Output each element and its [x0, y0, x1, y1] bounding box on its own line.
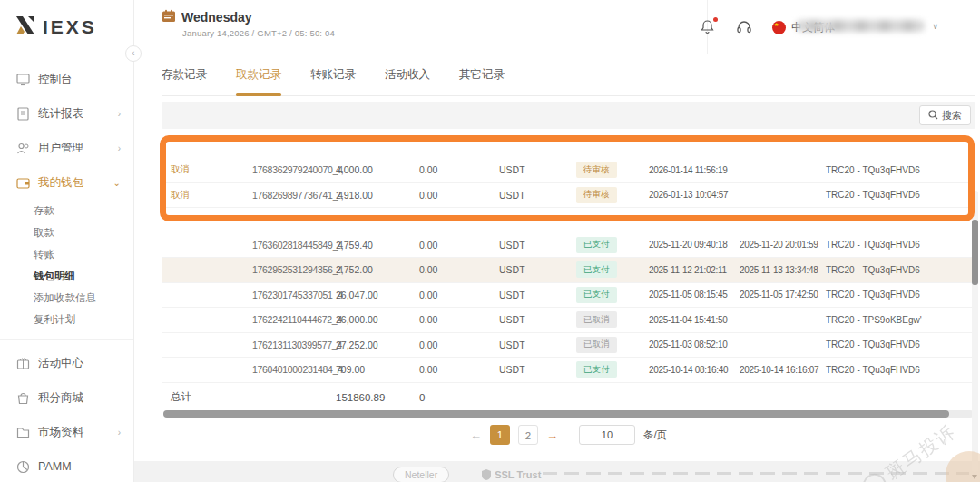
table-row[interactable]: 1763602818445849_4 2,759.40 0.00 USDT 已支… [162, 233, 975, 259]
status-badge: 已支付 [576, 287, 617, 303]
horizontal-scrollbar-thumb[interactable] [163, 410, 949, 418]
sidebar-item-users[interactable]: 用户管理 › [0, 131, 133, 165]
search-button[interactable]: 搜索 [919, 105, 971, 125]
sidebar-item-label: 活动中心 [38, 356, 83, 371]
report-icon [16, 107, 30, 121]
order-id-cell: 1762301745337051_4 [252, 290, 336, 300]
apply-time-cell: 2025-11-12 21:02:11 [649, 265, 740, 275]
fee-cell: 0.00 [419, 290, 499, 300]
apply-time-cell: 2026-01-14 11:56:19 [649, 165, 740, 175]
pamm-icon [16, 460, 30, 474]
sidebar-item-my-wallet[interactable]: 我的钱包 ⌄ [0, 165, 133, 200]
fee-cell: 0.00 [419, 339, 499, 350]
amount-cell: 27,252.00 [336, 339, 419, 350]
table-row[interactable]: 1762242110444672_4 26,000.00 0.00 USDT 已… [162, 308, 975, 333]
datetime-label: January 14,2026 / GMT+2 / 05: 50: 04 [182, 28, 335, 38]
page-size-unit: 条/页 [643, 428, 667, 442]
record-tabs: 存款记录 取款记录 转账记录 活动收入 其它记录 [162, 67, 975, 96]
status-badge: 已取消 [576, 311, 617, 328]
fee-cell: 0.00 [419, 314, 499, 325]
total-label: 总计 [162, 390, 252, 404]
sidebar-item-label: PAMM [38, 460, 72, 473]
amount-cell: 26,047.00 [336, 290, 419, 300]
currency-cell: USDT [499, 264, 576, 275]
vertical-scrollbar-thumb[interactable] [972, 220, 978, 285]
calendar-icon [162, 9, 176, 25]
cancel-order-link[interactable]: 取消 [171, 163, 190, 174]
currency-cell: USDT [499, 240, 576, 251]
table-row[interactable]: 取消 1768362979240070_4 4,000.00 0.00 USDT… [162, 158, 975, 183]
order-id-cell: 1760401000231484_4 [252, 364, 336, 375]
footer-strip: Neteller SSL Trust [134, 461, 980, 482]
fee-cell: 0.00 [419, 190, 499, 201]
previous-page-arrow[interactable]: ← [470, 428, 482, 442]
sidebar-collapse-button[interactable]: ‹ [125, 45, 142, 62]
sidebar-subitem-transfer[interactable]: 转账 [0, 243, 133, 265]
sidebar-item-console[interactable]: 控制台 [0, 62, 133, 96]
address-cell: TRC20 - TQu3qFHVD6 [826, 190, 975, 200]
currency-cell: USDT [499, 164, 576, 175]
order-id-cell: 1768269897736741_4 [252, 190, 336, 201]
process-time-cell: 2025-10-14 16:16:07 [740, 365, 826, 375]
table-row[interactable]: 1762131130399577_4 27,252.00 0.00 USDT 已… [162, 333, 975, 359]
apply-time-cell: 2025-11-03 08:52:10 [649, 339, 740, 349]
sidebar-subitem-deposit[interactable]: 存款 [0, 200, 133, 221]
address-cell: TRC20 - TQu3qFHVD6 [826, 165, 975, 175]
table-row[interactable]: 1762301745337051_4 26,047.00 0.00 USDT 已… [162, 283, 975, 309]
table-row[interactable]: 1760401000231484_4 709.00 0.00 USDT 已支付 … [162, 358, 975, 383]
order-id-cell: 1763602818445849_4 [252, 240, 336, 251]
sidebar-item-points-mall[interactable]: 积分商城 [0, 380, 133, 415]
sidebar-divider [0, 339, 133, 340]
total-amount: 151860.89 [336, 392, 419, 403]
tab-activity-income[interactable]: 活动收入 [385, 67, 430, 84]
partner-logos: Neteller SSL Trust [393, 467, 541, 482]
currency-cell: USDT [499, 290, 576, 300]
records-table-body: 取消 1768362979240070_4 4,000.00 0.00 USDT… [162, 133, 975, 383]
page-size-input[interactable] [579, 425, 635, 445]
currency-cell: USDT [499, 339, 576, 350]
notification-bell-icon[interactable] [700, 19, 716, 35]
sidebar-subitem-withdraw[interactable]: 取款 [0, 221, 133, 243]
order-id-cell: 1762952531294356_4 [252, 264, 336, 275]
amount-cell: 2,918.00 [336, 190, 419, 201]
order-id-cell: 1768362979240070_4 [252, 164, 336, 175]
support-headset-icon[interactable] [736, 19, 752, 35]
sidebar-item-label: 统计报表 [38, 106, 83, 122]
order-id-cell: 1762242110444672_4 [252, 314, 336, 325]
tab-transfer-records[interactable]: 转账记录 [310, 67, 356, 84]
amount-cell: 4,000.00 [336, 164, 419, 175]
next-page-arrow[interactable]: → [546, 428, 558, 442]
weekday-label: Wednesday [181, 10, 252, 25]
apply-time-cell: 2025-11-04 15:41:50 [649, 315, 740, 325]
console-icon [16, 73, 30, 86]
page-button-2[interactable]: 2 [518, 425, 538, 445]
sidebar-item-reports[interactable]: 统计报表 › [0, 96, 133, 131]
horizontal-scrollbar[interactable] [163, 410, 974, 418]
tab-withdrawal-records[interactable]: 取款记录 [236, 67, 281, 84]
apply-time-cell: 2025-10-14 08:16:40 [649, 365, 740, 375]
vertical-scrollbar[interactable] [972, 191, 978, 472]
chevron-right-icon: › [118, 143, 121, 153]
sidebar-item-pamm[interactable]: PAMM [0, 449, 133, 482]
wallet-icon [16, 176, 30, 190]
fee-cell: 0.00 [419, 364, 499, 375]
sidebar-subitem-wallet-details[interactable]: 钱包明细 [0, 265, 133, 287]
sidebar-subitem-add-payment-info[interactable]: 添加收款信息 [0, 287, 133, 309]
currency-cell: USDT [499, 364, 576, 375]
tab-other-records[interactable]: 其它记录 [459, 67, 505, 84]
tab-deposit-records[interactable]: 存款记录 [162, 67, 207, 84]
user-account-menu[interactable]: ∨ [796, 20, 938, 32]
cancel-order-link[interactable]: 取消 [171, 189, 190, 200]
table-row[interactable]: 1762952531294356_4 2,752.00 0.00 USDT 已支… [162, 258, 975, 283]
apply-time-cell: 2026-01-13 10:04:57 [649, 190, 740, 200]
sidebar-item-activity-center[interactable]: 活动中心 [0, 346, 133, 380]
sidebar-subitem-compound-plan[interactable]: 复利计划 [0, 309, 133, 330]
brand-logo[interactable]: IEXS [0, 0, 133, 54]
address-cell: TRC20 - TQu3qFHVD6 [826, 365, 975, 375]
address-cell: TRC20 - TQu3qFHVD6 [826, 240, 975, 250]
status-badge: 待审核 [576, 187, 617, 203]
address-cell: TRC20 - TQu3qFHVD6 [826, 265, 975, 275]
page-button-1[interactable]: 1 [490, 425, 510, 445]
table-row[interactable]: 取消 1768269897736741_4 2,918.00 0.00 USDT… [162, 183, 975, 209]
sidebar-item-market-data[interactable]: 市场资料 › [0, 415, 133, 449]
